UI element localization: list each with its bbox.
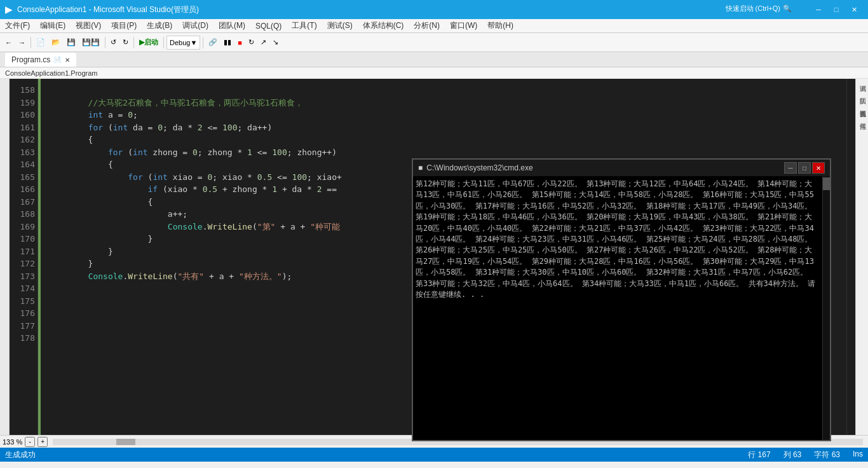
menu-file[interactable]: 文件(F) <box>0 19 35 32</box>
vs-logo: ▶ <box>5 4 12 15</box>
menu-project[interactable]: 项目(P) <box>106 19 142 32</box>
cmd-icon: ■ <box>418 163 423 172</box>
menu-build[interactable]: 生成(B) <box>142 19 177 32</box>
cmd-window: ■ C:\Windows\system32\cmd.exe ─ □ ✕ 第12种… <box>412 158 831 441</box>
sep2 <box>105 37 105 48</box>
app-title: ConsoleApplication1 - Microsoft Visual S… <box>17 4 199 15</box>
quick-launch-bar: 快速启动 (Ctrl+Q) 🔍 <box>726 4 792 13</box>
row-info: 行 167 <box>748 450 770 460</box>
menu-help[interactable]: 帮助(H) <box>482 19 519 32</box>
window-controls: ─ □ ✕ <box>810 3 863 16</box>
toolbar-undo[interactable]: ↺ <box>108 36 119 50</box>
char-info: 字符 63 <box>814 450 840 460</box>
left-sidebar <box>0 79 10 435</box>
toolbar: ← → 📄 📂 💾 💾💾 ↺ ↻ ▶ 启动 Debug ▼ 🔗 ▮▮ ■ ↻ ↗… <box>0 33 868 52</box>
toolbar-pause[interactable]: ▮▮ <box>221 36 234 50</box>
toolbar-stop[interactable]: ■ <box>235 36 245 50</box>
search-icon[interactable]: 🔍 <box>783 4 792 13</box>
close-button[interactable]: ✕ <box>845 3 863 16</box>
status-right: 行 167 列 63 字符 63 Ins <box>748 450 863 460</box>
right-panel: 测 试 团 队 资 源 视 图 属 性 <box>855 79 868 435</box>
minimize-button[interactable]: ─ <box>810 3 827 16</box>
menu-edit[interactable]: 编辑(E) <box>35 19 71 32</box>
status-bar: 生成成功 行 167 列 63 字符 63 Ins <box>0 448 868 462</box>
sep4 <box>163 37 164 48</box>
toolbar-step1[interactable]: ↗ <box>258 36 269 50</box>
menu-arch[interactable]: 体系结构(C) <box>358 19 409 32</box>
menu-tools[interactable]: 工具(T) <box>287 19 322 32</box>
menu-team[interactable]: 团队(M) <box>214 19 250 32</box>
col-info: 列 63 <box>783 450 802 460</box>
sep5 <box>203 37 203 48</box>
toolbar-open[interactable]: 📂 <box>49 36 63 50</box>
menu-view[interactable]: 视图(V) <box>71 19 106 32</box>
toolbar-saveall[interactable]: 💾💾 <box>79 36 102 50</box>
sep1 <box>31 37 31 48</box>
ins-mode: Ins <box>853 450 863 460</box>
toolbar-new[interactable]: 📄 <box>34 36 48 50</box>
toolbar-step2[interactable]: ↘ <box>270 36 281 50</box>
cmd-title: C:\Windows\system32\cmd.exe <box>426 163 532 172</box>
main-area: 158 159 160 161 162 163 164 165 166 167 … <box>0 79 868 435</box>
zoom-label: 133 % <box>3 438 22 446</box>
toolbar-redo[interactable]: ↻ <box>120 36 131 50</box>
editor-scrollbar[interactable] <box>846 79 855 435</box>
toolbar-save[interactable]: 💾 <box>64 36 78 50</box>
cmd-minimize-button[interactable]: ─ <box>784 162 797 174</box>
zoom-out-button[interactable]: - <box>25 437 35 447</box>
breadcrumb-path: ConsoleApplication1.Program <box>5 69 98 77</box>
zoom-in-button[interactable]: + <box>37 437 48 447</box>
start-button[interactable]: ▶ 启动 <box>137 36 161 50</box>
menu-analyze[interactable]: 分析(N) <box>409 19 445 32</box>
cmd-titlebar: ■ C:\Windows\system32\cmd.exe ─ □ ✕ <box>413 160 830 176</box>
menu-test[interactable]: 测试(S) <box>322 19 358 32</box>
tab-label: Program.cs <box>11 55 50 64</box>
tab-bar: Program.cs 📄 ✕ <box>0 52 868 67</box>
build-status: 生成成功 <box>5 450 36 460</box>
menu-window[interactable]: 窗口(W) <box>445 19 482 32</box>
debug-dropdown[interactable]: Debug ▼ <box>166 36 200 50</box>
cmd-output: 第12种可能；大马11匹，中马67匹，小马22匹。 第13种可能；大马12匹，中… <box>413 176 822 440</box>
tab-icon: 📄 <box>54 57 61 63</box>
toolbar-restart[interactable]: ↻ <box>246 36 257 50</box>
toolbar-forward[interactable]: → <box>16 36 28 50</box>
toolbar-attach[interactable]: 🔗 <box>206 36 220 50</box>
menu-sql[interactable]: SQL(Q) <box>250 19 287 32</box>
menu-debug[interactable]: 调试(D) <box>177 19 214 32</box>
quick-launch-label: 快速启动 (Ctrl+Q) <box>726 4 780 13</box>
tab-close-button[interactable]: ✕ <box>65 57 70 64</box>
title-bar-left: ▶ ConsoleApplication1 - Microsoft Visual… <box>5 4 199 15</box>
maximize-button[interactable]: □ <box>827 3 845 16</box>
breadcrumb: ConsoleApplication1.Program <box>0 67 868 79</box>
line-numbers: 158 159 160 161 162 163 164 165 166 167 … <box>10 79 38 435</box>
sep3 <box>133 37 134 48</box>
cmd-close-button[interactable]: ✕ <box>812 162 825 174</box>
title-bar: ▶ ConsoleApplication1 - Microsoft Visual… <box>0 0 868 19</box>
cmd-scrollbar[interactable] <box>822 176 830 440</box>
menu-bar: 文件(F) 编辑(E) 视图(V) 项目(P) 生成(B) 调试(D) 团队(M… <box>0 19 868 33</box>
cmd-title-left: ■ C:\Windows\system32\cmd.exe <box>418 163 533 172</box>
tab-program-cs[interactable]: Program.cs 📄 ✕ <box>5 53 76 67</box>
cmd-restore-button[interactable]: □ <box>798 162 811 174</box>
scroll-thumb[interactable] <box>116 439 135 445</box>
cmd-body: 第12种可能；大马11匹，中马67匹，小马22匹。 第13种可能；大马12匹，中… <box>413 176 830 440</box>
cmd-controls: ─ □ ✕ <box>784 162 825 174</box>
toolbar-back[interactable]: ← <box>3 36 15 50</box>
